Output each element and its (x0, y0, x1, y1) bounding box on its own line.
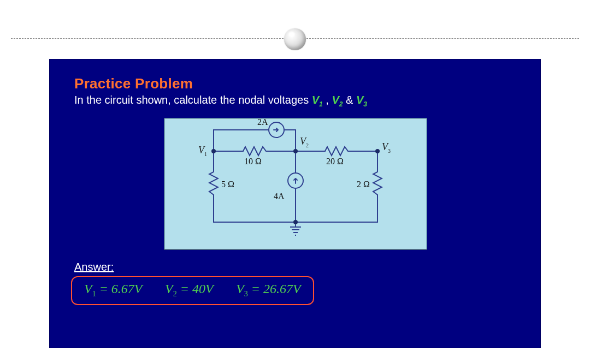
prompt-v3: V (356, 94, 363, 106)
label-2a: 2A (257, 117, 268, 127)
prompt-amp: & (343, 94, 356, 106)
prompt-v1-sub: 1 (319, 100, 323, 108)
slide-card: Practice Problem In the circuit shown, c… (49, 59, 541, 348)
answer-v2: V2 = 40V (165, 282, 213, 296)
current-source-4a-icon (287, 172, 304, 189)
node-v3-label: V3 (382, 141, 391, 154)
node-ground-dot (293, 220, 298, 224)
resistor-5ohm-icon (208, 169, 219, 200)
prompt-v3-sub: 3 (363, 100, 367, 108)
label-2ohm: 2 Ω (357, 180, 370, 189)
label-5ohm: 5 Ω (221, 180, 234, 189)
current-source-2a-icon (268, 122, 285, 138)
prompt-v1: V (312, 94, 319, 106)
prompt-sep1: , (323, 94, 332, 106)
label-10ohm: 10 Ω (244, 157, 262, 166)
prompt-v2: V (332, 94, 339, 106)
ground-icon (289, 223, 302, 239)
node-v2-label: V2 (300, 136, 309, 148)
node-v2-dot (293, 149, 298, 153)
prompt-text: In the circuit shown, calculate the noda… (74, 94, 312, 106)
problem-statement: In the circuit shown, calculate the noda… (74, 94, 367, 108)
answer-v3: V3 = 26.67V (236, 282, 301, 296)
decorative-sphere-icon (284, 28, 306, 50)
answer-v1: V1 = 6.67V (84, 282, 142, 296)
circuit-diagram: 2A 10 Ω 20 Ω 5 Ω (164, 118, 427, 250)
label-4a: 4A (274, 192, 285, 201)
node-v1-label: V1 (198, 145, 207, 157)
node-v3-dot (375, 149, 380, 153)
label-20ohm: 20 Ω (326, 157, 344, 166)
resistor-2ohm-icon (372, 169, 383, 200)
answer-heading: Answer: (74, 261, 114, 273)
slide-title: Practice Problem (74, 75, 193, 92)
node-v1-dot (211, 149, 216, 153)
answer-box: V1 = 6.67V V2 = 40V V3 = 26.67V (71, 276, 314, 305)
